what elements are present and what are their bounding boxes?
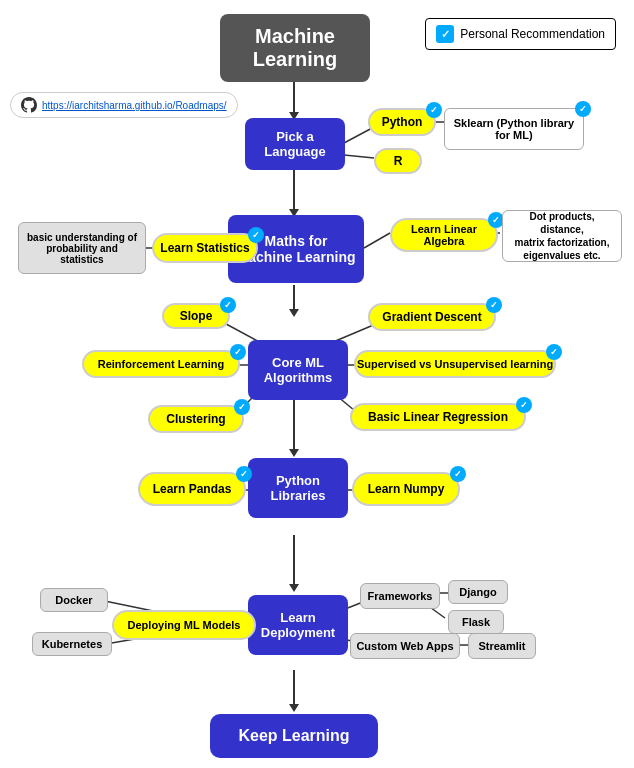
r-node: R (374, 148, 422, 174)
learn-deployment-node: Learn Deployment (248, 595, 348, 655)
legend-check-icon: ✓ (436, 25, 454, 43)
python-node: ✓ Python (368, 108, 436, 136)
svg-marker-11 (289, 704, 299, 712)
clustering-node: ✓ Clustering (148, 405, 244, 433)
basic-linear-regression-node: ✓ Basic Linear Regression (350, 403, 526, 431)
svg-marker-10 (289, 584, 299, 592)
gradient-check: ✓ (486, 297, 502, 313)
sklearn-check: ✓ (575, 101, 591, 117)
flask-node: Flask (448, 610, 504, 634)
gradient-descent-node: ✓ Gradient Descent (368, 303, 496, 331)
legend-label: Personal Recommendation (460, 27, 605, 41)
github-icon (21, 97, 37, 113)
sklearn-node: ✓ Sklearn (Python library for ML) (444, 108, 584, 150)
svg-line-13 (344, 155, 374, 158)
custom-web-apps-node: Custom Web Apps (350, 633, 460, 659)
docker-node: Docker (40, 588, 108, 612)
dot-products-node: Dot products, distance, matrix factoriza… (502, 210, 622, 262)
supervised-node: ✓ Supervised vs Unsupervised learning (354, 350, 556, 378)
learn-numpy-node: ✓ Learn Numpy (352, 472, 460, 506)
python-libraries-node: Python Libraries (248, 458, 348, 518)
core-ml-node: Core ML Algorithms (248, 340, 348, 400)
learn-statistics-node: ✓ Learn Statistics (152, 233, 258, 263)
slope-node: ✓ Slope (162, 303, 230, 329)
reinforcement-check: ✓ (230, 344, 246, 360)
pick-language-node: Pick a Language (245, 118, 345, 170)
github-badge[interactable]: https://iarchitsharma.github.io/Roadmaps… (10, 92, 238, 118)
kubernetes-node: Kubernetes (32, 632, 112, 656)
streamlit-node: Streamlit (468, 633, 536, 659)
svg-marker-8 (289, 309, 299, 317)
roadmap-container: ✓ Personal Recommendation https://iarchi… (0, 0, 634, 768)
reinforcement-learning-node: ✓ Reinforcement Learning (82, 350, 240, 378)
numpy-check: ✓ (450, 466, 466, 482)
legend-box: ✓ Personal Recommendation (425, 18, 616, 50)
deploying-ml-node: Deploying ML Models (112, 610, 256, 640)
python-check: ✓ (426, 102, 442, 118)
basic-prob-node: basic understanding of probability and s… (18, 222, 146, 274)
machine-learning-title: Machine Learning (220, 14, 370, 82)
statistics-check: ✓ (248, 227, 264, 243)
django-node: Django (448, 580, 508, 604)
svg-line-17 (364, 233, 390, 248)
keep-learning-node: Keep Learning (210, 714, 378, 758)
learn-pandas-node: ✓ Learn Pandas (138, 472, 246, 506)
pandas-check: ✓ (236, 466, 252, 482)
learn-linear-algebra-node: ✓ Learn Linear Algebra (390, 218, 498, 252)
supervised-check: ✓ (546, 344, 562, 360)
clustering-check: ✓ (234, 399, 250, 415)
github-url[interactable]: https://iarchitsharma.github.io/Roadmaps… (42, 100, 227, 111)
slope-check: ✓ (220, 297, 236, 313)
frameworks-node: Frameworks (360, 583, 440, 609)
svg-marker-9 (289, 449, 299, 457)
blr-check: ✓ (516, 397, 532, 413)
